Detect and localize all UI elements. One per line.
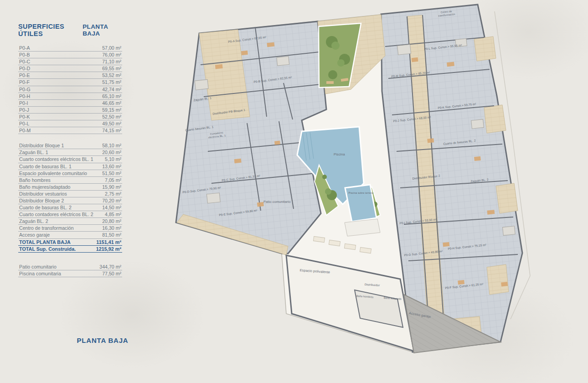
- plan-label-piscina-terreno: Piscina sobre terreno: [348, 192, 374, 195]
- plan-label-patio-comunitario: Patio comunitario: [263, 200, 291, 204]
- floor-plan: P0-A Sup. Constr.= 67,65 m² P0-B Sup. Co…: [0, 0, 588, 383]
- plan-label-piscina: Piscina: [334, 152, 345, 156]
- floor-plan-drawing: [0, 0, 588, 383]
